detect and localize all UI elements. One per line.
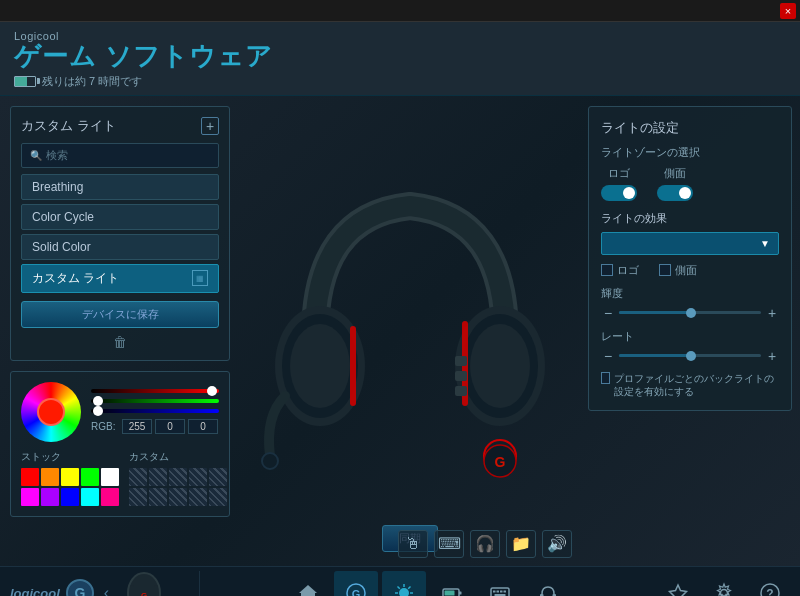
stock-label: ストック [21,450,119,464]
back-arrow-icon[interactable]: ‹ [100,584,113,596]
zone-side-toggle[interactable] [657,185,693,201]
brightness-minus[interactable]: − [601,305,615,321]
speaker-icon[interactable]: 🔊 [542,530,572,558]
blue-slider-track[interactable] [91,409,219,413]
red-input[interactable] [122,419,152,434]
green-slider-row [91,399,219,403]
rate-plus[interactable]: + [765,348,779,364]
rate-track[interactable] [619,354,761,357]
close-button[interactable]: × [780,3,796,19]
light-settings-box: ライトの設定 ライトゾーンの選択 ロゴ 側面 ライトの効果 [588,106,792,411]
swatch-pink[interactable] [101,488,119,506]
profile-checkbox-row[interactable]: プロファイルごとのバックライトの設定を有効にする [601,372,779,398]
swatch-yellow[interactable] [61,468,79,486]
custom-slot-9[interactable] [189,488,207,506]
save-button[interactable]: デバイスに保存 [21,301,219,328]
battery-text: 残りは約 7 時間です [42,74,142,89]
custom-slot-3[interactable] [169,468,187,486]
rate-minus[interactable]: − [601,348,615,364]
light-item-color-cycle[interactable]: Color Cycle [21,204,219,230]
svg-rect-38 [500,591,503,593]
checkbox-side[interactable] [659,264,671,276]
delete-icon[interactable]: 🗑 [113,334,127,350]
brightness-track[interactable] [619,311,761,314]
custom-slot-2[interactable] [149,468,167,486]
brightness-thumb[interactable] [686,308,696,318]
custom-slot-10[interactable] [209,488,227,506]
device-thumbnail[interactable]: G [119,571,169,596]
nav-battery[interactable] [430,571,474,596]
svg-rect-37 [497,591,500,593]
brightness-plus[interactable]: + [765,305,779,321]
svg-rect-11 [455,371,467,381]
zone-logo-toggle[interactable] [601,185,637,201]
green-slider-track[interactable] [91,399,219,403]
red-slider-thumb[interactable] [207,386,217,396]
zone-logo-toggle-thumb [623,187,635,199]
checkbox-logo[interactable] [601,264,613,276]
swatch-purple[interactable] [41,488,59,506]
custom-icon: ▦ [192,270,208,286]
swatch-magenta[interactable] [21,488,39,506]
folder-icon[interactable]: 📁 [506,530,536,558]
light-item-custom[interactable]: カスタム ライト ▦ [21,264,219,293]
rate-thumb[interactable] [686,351,696,361]
swatch-green[interactable] [81,468,99,486]
nav-g[interactable]: G [334,571,378,596]
color-sliders: RGB: [91,389,219,434]
swatch-blue[interactable] [61,488,79,506]
header: Logicool ゲーム ソフトウェア 残りは約 7 時間です [0,22,800,96]
profile-checkbox[interactable] [601,372,610,384]
color-wheel[interactable] [21,382,81,442]
light-settings-title: ライトの設定 [601,119,779,137]
nav-home[interactable] [286,571,330,596]
g-logo[interactable]: G [66,579,94,596]
nav-lighting[interactable] [382,571,426,596]
custom-slot-4[interactable] [189,468,207,486]
custom-slot-6[interactable] [129,488,147,506]
custom-light-box: カスタム ライト + 🔍 検索 Breathing Color Cycle So… [10,106,230,361]
green-input[interactable] [155,419,185,434]
nav-help[interactable]: ? [748,571,792,596]
blue-input[interactable] [188,419,218,434]
red-slider-track[interactable] [91,389,219,393]
effect-dropdown[interactable]: ▼ [601,232,779,255]
swatch-orange[interactable] [41,468,59,486]
red-slider-row [91,389,219,393]
light-item-solid-color[interactable]: Solid Color [21,234,219,260]
right-panel: ライトの設定 ライトゾーンの選択 ロゴ 側面 ライトの効果 [580,96,800,566]
left-panel: カスタム ライト + 🔍 検索 Breathing Color Cycle So… [0,96,240,566]
svg-point-13 [262,453,278,469]
logicool-logo: logicool [10,586,60,596]
headset-icon2[interactable]: 🎧 [470,530,500,558]
add-button[interactable]: + [201,117,219,135]
svg-rect-34 [445,591,455,596]
nav-keyboard[interactable] [478,571,522,596]
nav-settings[interactable] [702,571,746,596]
svg-rect-33 [459,592,462,595]
custom-slot-8[interactable] [169,488,187,506]
svg-text:G: G [141,591,147,596]
svg-marker-43 [670,585,687,596]
nav-profiles[interactable] [656,571,700,596]
green-slider-thumb[interactable] [93,396,103,406]
swatch-cyan[interactable] [81,488,99,506]
nav-headset[interactable] [526,571,570,596]
custom-slot-1[interactable] [129,468,147,486]
swatch-white[interactable] [101,468,119,486]
home-icon [297,582,319,596]
dropdown-arrow-icon: ▼ [760,238,770,249]
keyboard-icon2[interactable]: ⌨ [434,530,464,558]
checkbox-side-item[interactable]: 側面 [659,263,697,278]
brightness-slider-row: − + [601,305,779,321]
search-box[interactable]: 🔍 検索 [21,143,219,168]
rate-row: レート − + [601,329,779,364]
headset-nav-icon [537,582,559,596]
swatch-red[interactable] [21,468,39,486]
custom-slot-5[interactable] [209,468,227,486]
checkbox-logo-item[interactable]: ロゴ [601,263,639,278]
custom-slot-7[interactable] [149,488,167,506]
light-item-breathing[interactable]: Breathing [21,174,219,200]
mouse-icon[interactable]: 🖱 [398,530,428,558]
blue-slider-thumb[interactable] [93,406,103,416]
